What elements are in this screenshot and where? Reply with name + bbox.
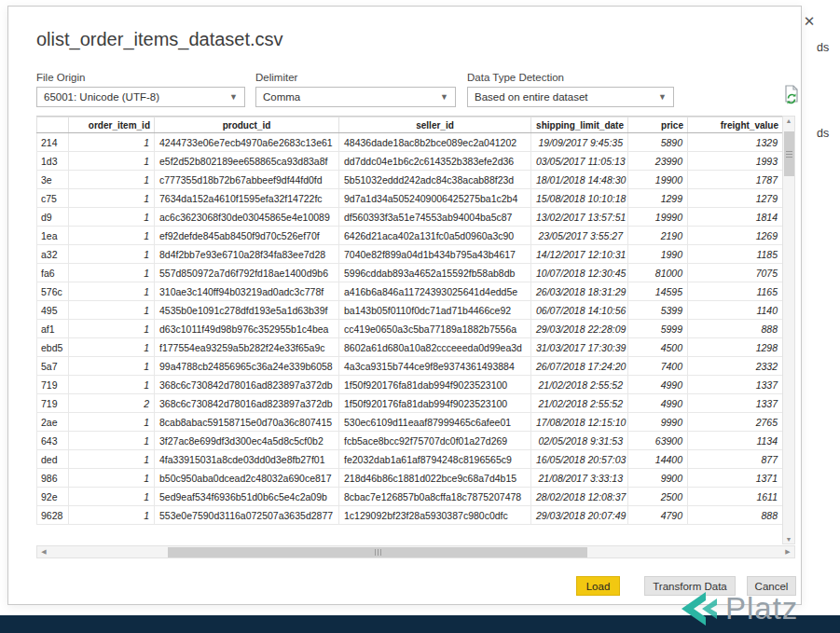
horizontal-scrollbar-thumb[interactable] <box>168 547 587 557</box>
table-cell: 218d46b86c1881d022bce9c68a7d4b15 <box>339 469 531 488</box>
table-cell: 28/02/2018 12:08:37 <box>531 488 628 506</box>
table-cell: 99a4788cb24856965c36a24e339b6058 <box>155 357 339 376</box>
table-cell: 92e <box>37 488 69 506</box>
table-cell: 1185 <box>688 245 783 264</box>
table-cell: 888 <box>688 506 783 525</box>
table-cell: 26/07/2018 17:24:20 <box>531 357 628 376</box>
table-row: 7192368c6c730842d78016ad823897a372db1f50… <box>37 394 783 413</box>
table-cell: 5b51032eddd242adc84c38acab88f23d <box>339 171 531 189</box>
brand-watermark: Platz <box>680 590 798 627</box>
table-row: 2ae18cab8abac59158715e0d70a36c807415530e… <box>37 413 783 432</box>
table-cell: 06/07/2018 14:10:56 <box>531 301 628 320</box>
table-row: 1ea1ef92defde845ab8450f9d70c526ef70f6426… <box>37 227 783 245</box>
table-cell: 368c6c730842d78016ad823897a372db <box>155 376 339 394</box>
table-cell: dd7ddc04e1b6c2c614352b383efe2d36 <box>339 152 531 171</box>
table-row: fa61557d850972a7d6f792fd18ae1400d9b65996… <box>37 264 783 282</box>
table-cell: 643 <box>37 432 69 450</box>
file-origin-value: 65001: Unicode (UTF-8) <box>44 91 159 103</box>
table-cell: fe2032dab1a61af8794248c8196565c9 <box>339 450 531 469</box>
column-header-freight_value[interactable]: freight_value <box>688 117 783 133</box>
column-header-order_item_id[interactable]: order_item_id <box>69 117 155 133</box>
table-cell: 1 <box>69 488 155 506</box>
chevron-down-icon: ▼ <box>658 92 667 102</box>
table-cell: 5996cddab893a4652a15592fb58ab8db <box>339 264 531 282</box>
table-row: 1d31e5f2d52b802189ee658865ca93d83a8fdd7d… <box>37 152 783 171</box>
table-row: 9861b50c950aba0dcead2c48032a690ce817218d… <box>37 469 783 488</box>
table-cell: 1337 <box>688 376 783 394</box>
table-cell: 1329 <box>688 133 783 152</box>
close-icon[interactable]: ✕ <box>801 13 818 30</box>
table-cell: 1269 <box>688 227 783 245</box>
table-cell: 1 <box>69 320 155 338</box>
table-cell: 14/12/2017 12:10:31 <box>531 245 628 264</box>
table-cell: 3f27ac8e699df3d300ec4a5d8c5cf0b2 <box>155 432 339 450</box>
table-row: 96281553e0e7590d3116a072507a3635d28771c1… <box>37 506 783 525</box>
table-cell: 2500 <box>628 488 688 506</box>
load-button[interactable]: Load <box>576 576 620 596</box>
table-cell: 8cbac7e126857b0a8cffa18c7875207478 <box>339 488 531 506</box>
column-header-product_id[interactable]: product_id <box>155 117 339 133</box>
table-cell: 1 <box>69 450 155 469</box>
table-cell: 719 <box>37 376 69 394</box>
table-cell: 530ec6109d11eaaf87999465c6afee01 <box>339 413 531 432</box>
table-cell: 368c6c730842d78016ad823897a372db <box>155 394 339 413</box>
table-cell: 31/03/2017 17:30:39 <box>531 338 628 357</box>
table-cell: 1 <box>69 301 155 320</box>
chevron-down-icon: ▼ <box>229 92 238 102</box>
column-header-price[interactable]: price <box>628 117 688 133</box>
scroll-down-icon[interactable]: ▼ <box>783 536 794 543</box>
table-cell: f177554ea93259a5b282f24e33f65a9c <box>155 338 339 357</box>
table-row: 64313f27ac8e699df3d300ec4a5d8c5cf0b2fcb5… <box>37 432 783 450</box>
table-cell: 1 <box>69 282 155 301</box>
table-cell: 4990 <box>628 394 688 413</box>
table-cell: 1299 <box>628 189 688 208</box>
table-cell: 4fa33915031a8cde03dd0d3e8fb27f01 <box>155 450 339 469</box>
table-cell: 1 <box>69 357 155 376</box>
table-cell: c777355d18b72b67abbeef9df44fd0fd <box>155 171 339 189</box>
table-cell: 15/08/2018 10:10:18 <box>531 189 628 208</box>
column-header-clipped[interactable] <box>37 117 69 133</box>
table-cell: 1337 <box>688 394 783 413</box>
table-cell: 1 <box>69 208 155 227</box>
delimiter-dropdown[interactable]: Comma ▼ <box>255 87 456 107</box>
table-cell: 1134 <box>688 432 783 450</box>
scroll-right-icon[interactable]: ▶ <box>782 546 793 557</box>
scroll-up-icon[interactable]: ▲ <box>783 117 794 124</box>
data-type-detection-dropdown[interactable]: Based on entire dataset ▼ <box>467 87 674 107</box>
horizontal-scrollbar[interactable]: ◀ ▶ <box>36 545 795 558</box>
column-header-shipping_limit_date[interactable]: shipping_limit_date <box>531 117 628 133</box>
table-cell: 719 <box>37 394 69 413</box>
table-cell: 2332 <box>688 357 783 376</box>
table-row: 92e15ed9eaf534f6936b51d0b6c5e4c2a09b8cba… <box>37 488 783 506</box>
table-cell: 1611 <box>688 488 783 506</box>
table-cell: 877 <box>688 450 783 469</box>
table-cell: 9900 <box>628 469 688 488</box>
table-cell: 7634da152a4610f1595efa32f14722fc <box>155 189 339 208</box>
table-row: d91ac6c3623068f30de03045865e4e10089df560… <box>37 208 783 227</box>
vertical-scrollbar-thumb[interactable] <box>784 131 794 176</box>
table-cell: b50c950aba0dcead2c48032a690ce817 <box>155 469 339 488</box>
table-cell: 2765 <box>688 413 783 432</box>
table-cell: 1371 <box>688 469 783 488</box>
table-cell: 29/03/2018 20:07:49 <box>531 506 628 525</box>
table-cell: 1f50f920176fa81dab994f9023523100 <box>339 376 531 394</box>
refresh-preview-icon[interactable] <box>782 85 801 107</box>
scroll-left-icon[interactable]: ◀ <box>38 546 49 557</box>
table-row: 7191368c6c730842d78016ad823897a372db1f50… <box>37 376 783 394</box>
table-cell: 1 <box>69 227 155 245</box>
brand-name: Platz <box>725 591 798 626</box>
table-cell: 1ea <box>37 227 69 245</box>
table-cell: a32 <box>37 245 69 264</box>
table-row: 576c1310ae3c140ff94b03219ad0adc3c778fa41… <box>37 282 783 301</box>
table-cell: 5399 <box>628 301 688 320</box>
column-header-seller_id[interactable]: seller_id <box>339 117 531 133</box>
table-cell: 1 <box>69 338 155 357</box>
table-cell: 310ae3c140ff94b03219ad0adc3c778f <box>155 282 339 301</box>
file-origin-dropdown[interactable]: 65001: Unicode (UTF-8) ▼ <box>36 87 245 107</box>
table-cell: 8602a61d680a10a82ccceeeda0d99ea3d <box>339 338 531 357</box>
vertical-scrollbar[interactable]: ▲ ▼ <box>782 116 795 544</box>
data-preview: order_item_idproduct_idseller_idshipping… <box>36 116 782 525</box>
table-cell: 6426d21aca402a131fc0a5d0960a3c90 <box>339 227 531 245</box>
table-cell: 1279 <box>688 189 783 208</box>
table-cell: 495 <box>37 301 69 320</box>
